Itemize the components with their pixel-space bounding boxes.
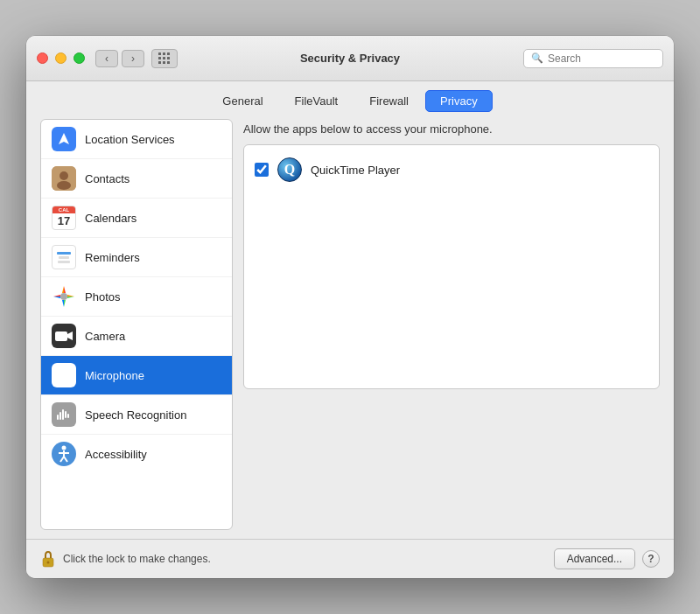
tabs-bar: General FileVault Firewall Privacy (26, 81, 674, 119)
sidebar-label-reminders: Reminders (85, 251, 140, 264)
maximize-button[interactable] (74, 52, 85, 64)
sidebar-item-camera[interactable]: Camera (41, 317, 232, 356)
calendars-icon: CAL 17 (52, 206, 76, 230)
nav-buttons: ‹ › (95, 50, 144, 67)
window-title: Security & Privacy (300, 52, 400, 65)
panel-description: Allow the apps below to access your micr… (243, 122, 660, 136)
sidebar-label-location-services: Location Services (85, 133, 175, 146)
tab-filevault[interactable]: FileVault (280, 90, 354, 112)
svg-line-19 (64, 457, 67, 462)
search-icon: 🔍 (531, 52, 543, 64)
sidebar-label-photos: Photos (85, 290, 120, 304)
svg-rect-11 (60, 412, 61, 420)
minimize-button[interactable] (55, 52, 66, 64)
sidebar-label-contacts: Contacts (85, 172, 130, 185)
advanced-button[interactable]: Advanced... (554, 548, 635, 569)
microphone-icon (52, 363, 76, 387)
sidebar-item-calendars[interactable]: CAL 17 Calendars (41, 199, 232, 238)
bottom-right: Advanced... ? (554, 548, 660, 569)
svg-point-15 (62, 446, 66, 450)
app-item-quicktime: Q QuickTime Player (244, 150, 659, 189)
sidebar-item-photos[interactable]: Photos (41, 277, 232, 317)
bottom-bar: Click the lock to make changes. Advanced… (26, 539, 674, 578)
contacts-icon (52, 166, 76, 191)
camera-icon (52, 324, 76, 348)
svg-point-4 (60, 293, 67, 300)
sidebar-label-accessibility: Accessibility (85, 448, 147, 461)
main-panel: Allow the apps below to access your micr… (243, 119, 660, 530)
accessibility-icon (52, 442, 76, 466)
sidebar-item-accessibility[interactable]: Accessibility (41, 435, 232, 473)
photos-icon (52, 284, 76, 309)
forward-button[interactable]: › (122, 50, 144, 67)
title-bar: ‹ › Security & Privacy 🔍 (26, 36, 674, 81)
reminders-icon (52, 245, 76, 269)
quicktime-label: QuickTime Player (311, 164, 400, 177)
tab-firewall[interactable]: Firewall (354, 90, 424, 112)
svg-marker-6 (67, 331, 73, 340)
svg-rect-12 (62, 409, 64, 420)
quicktime-checkbox[interactable] (255, 163, 269, 177)
lock-icon (40, 549, 56, 569)
search-input[interactable] (548, 52, 655, 65)
sidebar: Location Services Contacts CAL 17 (40, 119, 233, 530)
svg-point-2 (60, 171, 68, 180)
search-bar[interactable]: 🔍 (523, 49, 663, 68)
sidebar-label-microphone: Microphone (85, 369, 144, 382)
sidebar-label-camera: Camera (85, 330, 125, 343)
svg-point-21 (47, 562, 50, 564)
content-area: Location Services Contacts CAL 17 (26, 119, 674, 530)
svg-marker-0 (59, 133, 69, 144)
close-button[interactable] (37, 52, 48, 64)
tab-general[interactable]: General (207, 90, 277, 112)
sidebar-item-reminders[interactable]: Reminders (41, 238, 232, 277)
sidebar-item-location-services[interactable]: Location Services (41, 120, 232, 159)
speech-recognition-icon (52, 402, 76, 427)
apps-list: Q QuickTime Player (243, 144, 660, 389)
svg-rect-14 (67, 414, 69, 418)
svg-rect-13 (65, 411, 66, 418)
grid-button[interactable] (151, 49, 178, 68)
sidebar-label-speech-recognition: Speech Recognition (85, 408, 186, 422)
sidebar-label-calendars: Calendars (85, 212, 136, 225)
svg-point-3 (57, 181, 71, 190)
quicktime-icon: Q (277, 157, 302, 182)
location-services-icon (52, 127, 76, 151)
svg-rect-7 (61, 366, 66, 375)
svg-rect-10 (57, 415, 59, 420)
help-button[interactable]: ? (642, 550, 660, 568)
sidebar-item-speech-recognition[interactable]: Speech Recognition (41, 395, 232, 435)
sidebar-item-microphone[interactable]: Microphone (41, 356, 232, 395)
grid-icon (158, 52, 171, 65)
lock-label: Click the lock to make changes. (63, 553, 211, 565)
lock-button[interactable]: Click the lock to make changes. (40, 549, 211, 569)
main-window: ‹ › Security & Privacy 🔍 General FileVau… (26, 36, 674, 578)
traffic-lights (37, 52, 85, 64)
sidebar-item-contacts[interactable]: Contacts (41, 159, 232, 199)
back-button[interactable]: ‹ (95, 50, 118, 67)
svg-rect-5 (55, 331, 67, 341)
tab-privacy[interactable]: Privacy (425, 90, 493, 112)
